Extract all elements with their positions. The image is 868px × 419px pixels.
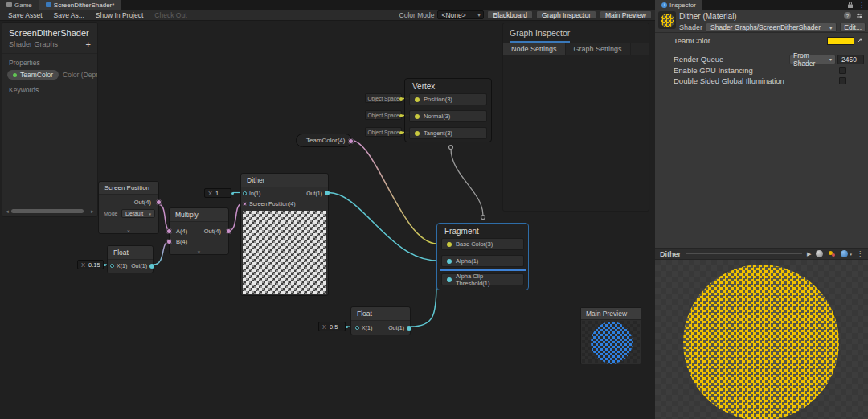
vertex-slot-tangent[interactable]: Tangent(3) bbox=[409, 127, 487, 139]
play-icon[interactable]: ▶ bbox=[807, 251, 811, 257]
position-space-dropdown[interactable]: Object Space bbox=[365, 93, 402, 103]
material-thumbnail[interactable] bbox=[658, 11, 676, 29]
dither-value-field[interactable]: X 1 bbox=[204, 188, 231, 198]
multiply-a-port[interactable] bbox=[166, 228, 172, 234]
dither-out-port[interactable] bbox=[325, 191, 330, 195]
teamcolor-node[interactable]: TeamColor(4) bbox=[296, 134, 352, 147]
preview-drag-handle[interactable] bbox=[686, 253, 802, 254]
teamcolor-out-port[interactable] bbox=[348, 138, 354, 144]
float1-out-port[interactable] bbox=[149, 264, 154, 269]
fragment-slot-base-color[interactable]: Base Color(3) bbox=[441, 238, 524, 250]
dither-screen-position-port[interactable] bbox=[243, 202, 247, 206]
edit-shader-button[interactable]: Edit... bbox=[840, 23, 866, 32]
tab-game[interactable]: Game bbox=[0, 0, 39, 10]
gpu-instancing-checkbox[interactable] bbox=[839, 67, 846, 74]
screen-position-node[interactable]: Screen Position Out(4) Mode Default ▾ ⌄ bbox=[98, 181, 159, 234]
editor-tab-bar: Game ScreenDitherShader* bbox=[0, 0, 655, 10]
tab-shader-graph-label: ScreenDitherShader* bbox=[54, 2, 115, 9]
blackboard-hscrollbar[interactable]: ◄ ► bbox=[5, 208, 95, 214]
tangent-port[interactable] bbox=[415, 131, 420, 136]
position-port[interactable] bbox=[415, 97, 420, 102]
render-queue-dropdown[interactable]: From Shader ▾ bbox=[789, 55, 836, 64]
alpha-port[interactable] bbox=[447, 259, 452, 264]
menu-dots-icon[interactable]: ⋮ bbox=[857, 250, 863, 257]
blackboard-subtitle: Shader Graphs bbox=[9, 40, 58, 48]
help-icon[interactable]: ? bbox=[844, 12, 851, 19]
float1-value-field[interactable]: X 0.15 bbox=[77, 260, 104, 269]
lock-icon[interactable] bbox=[847, 1, 854, 9]
gizmo-icon[interactable] bbox=[828, 250, 836, 257]
multiply-node[interactable]: Multiply A(4) B(4) Out(4) ⌄ bbox=[169, 207, 229, 255]
show-in-project-button[interactable]: Show In Project bbox=[91, 11, 149, 19]
tab-game-label: Game bbox=[14, 2, 32, 9]
main-preview-toggle-button[interactable]: Main Preview bbox=[600, 10, 652, 19]
shader-dropdown[interactable]: Shader Graphs/ScreenDitherShader ▾ bbox=[706, 23, 837, 32]
teamcolor-swatch[interactable] bbox=[827, 37, 854, 45]
graph-inspector-toggle-button[interactable]: Graph Inspector bbox=[536, 10, 596, 19]
scroll-left-icon[interactable]: ◄ bbox=[5, 209, 10, 214]
collapse-chevron-icon[interactable]: ⌄ bbox=[170, 248, 228, 253]
tab-shader-graph[interactable]: ScreenDitherShader* bbox=[39, 0, 121, 10]
property-row-teamcolor[interactable]: TeamColor Color (Deprecate bbox=[2, 68, 97, 81]
float-node-2[interactable]: Float X(1) Out(1) bbox=[350, 306, 411, 335]
sphere-model-icon bbox=[841, 250, 848, 257]
scrollbar-thumb[interactable] bbox=[11, 209, 84, 213]
vertex-slot-normal[interactable]: Normal(3) bbox=[409, 110, 487, 122]
float2-out-port[interactable] bbox=[407, 326, 411, 331]
fragment-slot-alpha-clip[interactable]: Alpha Clip Threshold(1) bbox=[441, 273, 524, 285]
main-preview-header[interactable]: Main Preview bbox=[581, 308, 641, 320]
blackboard-panel: ScreenDitherShader Shader Graphs + Prope… bbox=[2, 22, 98, 217]
screen-position-out-port[interactable] bbox=[156, 199, 162, 205]
preview-model-dropdown[interactable]: ▾ bbox=[841, 250, 852, 257]
material-preview-bar[interactable]: Dither ▶ ▾ ⋮ bbox=[655, 248, 868, 260]
double-sided-gi-checkbox[interactable] bbox=[839, 77, 846, 84]
fragment-node[interactable]: Fragment Base Color(3) Alpha(1) Alpha Cl… bbox=[436, 223, 529, 290]
out4-label: Out(4) bbox=[134, 199, 151, 206]
save-asset-button[interactable]: Save Asset bbox=[3, 11, 47, 19]
main-preview-window[interactable]: Main Preview bbox=[580, 307, 641, 364]
multiply-b-port[interactable] bbox=[166, 239, 172, 244]
scroll-right-icon[interactable]: ► bbox=[90, 209, 95, 214]
collapse-chevron-icon[interactable]: ⌄ bbox=[99, 227, 158, 232]
tab-node-settings[interactable]: Node Settings bbox=[503, 43, 566, 55]
normal-port[interactable] bbox=[415, 114, 420, 119]
blackboard-toggle-button[interactable]: Blackboard bbox=[487, 10, 533, 19]
float1-x-port[interactable] bbox=[110, 264, 114, 268]
dither-out-label: Out(1) bbox=[306, 191, 322, 196]
preset-icon[interactable] bbox=[856, 12, 863, 19]
tab-inspector[interactable]: i Inspector bbox=[655, 0, 702, 10]
teamcolor-field-label: TeamColor bbox=[674, 36, 710, 45]
alpha-clip-threshold-port[interactable] bbox=[447, 277, 452, 282]
mode-dropdown[interactable]: Default ▾ bbox=[121, 209, 155, 218]
dither-node-preview bbox=[243, 211, 326, 294]
save-as-button[interactable]: Save As... bbox=[49, 11, 89, 19]
eyedropper-icon[interactable] bbox=[856, 37, 863, 44]
dither-in-port[interactable] bbox=[243, 191, 247, 195]
vertex-slot-position[interactable]: Position(3) bbox=[409, 93, 487, 105]
base-color-port[interactable] bbox=[447, 242, 452, 247]
vertex-node[interactable]: Vertex Position(3) Normal(3) Tangent(3) bbox=[404, 78, 492, 142]
color-mode-dropdown[interactable]: <None> ▾ bbox=[437, 10, 484, 19]
float2-value-field[interactable]: X 0.5 bbox=[318, 322, 346, 331]
tangent-space-dropdown[interactable]: Object Space bbox=[365, 127, 402, 137]
multiply-out-port[interactable] bbox=[226, 228, 231, 234]
normal-space-dropdown[interactable]: Object Space bbox=[365, 110, 402, 120]
gizmo-dot-red bbox=[832, 253, 835, 257]
fragment-slot-alpha[interactable]: Alpha(1) bbox=[441, 255, 524, 267]
b4-label: B(4) bbox=[176, 238, 187, 245]
field-connector-icon bbox=[104, 264, 106, 266]
float2-title: Float bbox=[351, 307, 410, 321]
color-mode-label: Color Mode bbox=[399, 11, 435, 19]
tab-graph-settings[interactable]: Graph Settings bbox=[566, 43, 631, 55]
lighting-toggle-icon[interactable] bbox=[816, 250, 823, 257]
inspector-tab-label: Inspector bbox=[669, 2, 696, 9]
material-preview-area[interactable] bbox=[655, 260, 868, 419]
float2-x-port[interactable] bbox=[355, 326, 359, 330]
float-node-1[interactable]: Float X(1) Out(1) bbox=[107, 245, 154, 273]
double-sided-gi-label: Double Sided Global Illumination bbox=[674, 76, 784, 85]
menu-dots-icon[interactable]: ⋮ bbox=[858, 2, 865, 9]
add-property-button[interactable]: + bbox=[86, 39, 91, 49]
render-queue-value-field[interactable]: 2450 bbox=[837, 55, 864, 64]
teamcolor-property-pill[interactable]: TeamColor bbox=[7, 70, 59, 80]
dither-node[interactable]: Dither In(1) Out(1) Screen Position(4) bbox=[240, 173, 329, 296]
